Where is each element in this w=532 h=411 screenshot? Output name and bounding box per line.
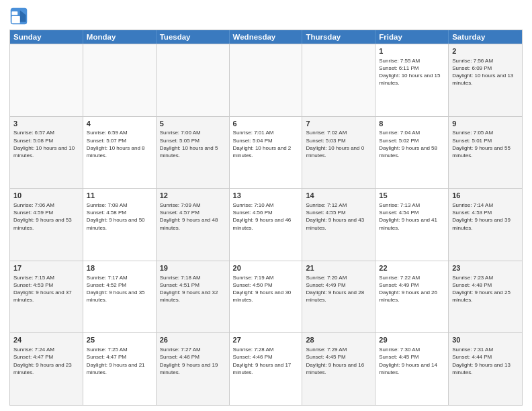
day-number: 27: [233, 335, 299, 345]
calendar-cell-30: 30Sunrise: 7:31 AM Sunset: 4:44 PM Dayli…: [449, 333, 522, 405]
day-number: 21: [306, 263, 371, 273]
day-number: 15: [379, 191, 445, 201]
cell-info: Sunrise: 7:17 AM Sunset: 4:52 PM Dayligh…: [87, 274, 152, 304]
cell-info: Sunrise: 7:27 AM Sunset: 4:46 PM Dayligh…: [160, 346, 226, 376]
cell-info: Sunrise: 7:00 AM Sunset: 5:05 PM Dayligh…: [160, 129, 226, 159]
calendar-cell-16: 16Sunrise: 7:14 AM Sunset: 4:53 PM Dayli…: [449, 189, 522, 261]
day-number: 19: [160, 263, 226, 273]
svg-rect-3: [12, 11, 18, 15]
calendar-cell-29: 29Sunrise: 7:30 AM Sunset: 4:45 PM Dayli…: [375, 333, 449, 405]
day-number: 6: [233, 119, 299, 129]
calendar-cell-23: 23Sunrise: 7:23 AM Sunset: 4:48 PM Dayli…: [449, 261, 522, 333]
cell-info: Sunrise: 6:59 AM Sunset: 5:07 PM Dayligh…: [87, 129, 152, 159]
header-day-friday: Friday: [375, 30, 449, 44]
day-number: 20: [233, 263, 299, 273]
cell-info: Sunrise: 7:13 AM Sunset: 4:54 PM Dayligh…: [379, 201, 445, 232]
cell-info: Sunrise: 6:57 AM Sunset: 5:08 PM Dayligh…: [13, 129, 79, 159]
calendar-cell-empty-0-3: [230, 44, 303, 116]
day-number: 26: [160, 335, 226, 345]
calendar-row-3: 17Sunrise: 7:15 AM Sunset: 4:53 PM Dayli…: [10, 261, 522, 333]
calendar-cell-2: 2Sunrise: 7:56 AM Sunset: 6:09 PM Daylig…: [449, 44, 522, 116]
calendar-cell-5: 5Sunrise: 7:00 AM Sunset: 5:05 PM Daylig…: [157, 117, 230, 189]
calendar-cell-1: 1Sunrise: 7:55 AM Sunset: 6:11 PM Daylig…: [375, 44, 449, 116]
calendar-cell-empty-0-1: [83, 44, 157, 116]
calendar-cell-18: 18Sunrise: 7:17 AM Sunset: 4:52 PM Dayli…: [83, 261, 157, 333]
calendar-cell-26: 26Sunrise: 7:27 AM Sunset: 4:46 PM Dayli…: [157, 333, 230, 405]
calendar-cell-15: 15Sunrise: 7:13 AM Sunset: 4:54 PM Dayli…: [375, 189, 449, 261]
calendar-body: 1Sunrise: 7:55 AM Sunset: 6:11 PM Daylig…: [10, 44, 522, 405]
cell-info: Sunrise: 7:04 AM Sunset: 5:02 PM Dayligh…: [379, 129, 445, 159]
calendar-header: SundayMondayTuesdayWednesdayThursdayFrid…: [10, 30, 522, 44]
header-day-saturday: Saturday: [449, 30, 522, 44]
calendar-cell-20: 20Sunrise: 7:19 AM Sunset: 4:50 PM Dayli…: [230, 261, 303, 333]
day-number: 2: [452, 46, 519, 56]
header: [9, 7, 523, 26]
calendar-cell-17: 17Sunrise: 7:15 AM Sunset: 4:53 PM Dayli…: [10, 261, 83, 333]
calendar-cell-4: 4Sunrise: 6:59 AM Sunset: 5:07 PM Daylig…: [83, 117, 157, 189]
day-number: 10: [13, 191, 79, 201]
cell-info: Sunrise: 7:02 AM Sunset: 5:03 PM Dayligh…: [306, 129, 371, 159]
day-number: 7: [306, 119, 371, 129]
cell-info: Sunrise: 7:31 AM Sunset: 4:44 PM Dayligh…: [452, 346, 519, 376]
cell-info: Sunrise: 7:15 AM Sunset: 4:53 PM Dayligh…: [13, 274, 79, 304]
header-day-tuesday: Tuesday: [157, 30, 230, 44]
day-number: 28: [306, 335, 371, 345]
cell-info: Sunrise: 7:10 AM Sunset: 4:56 PM Dayligh…: [233, 201, 299, 232]
calendar-row-1: 3Sunrise: 6:57 AM Sunset: 5:08 PM Daylig…: [10, 116, 522, 189]
cell-info: Sunrise: 7:30 AM Sunset: 4:45 PM Dayligh…: [379, 346, 445, 376]
calendar-cell-empty-0-0: [10, 44, 83, 116]
cell-info: Sunrise: 7:24 AM Sunset: 4:47 PM Dayligh…: [13, 346, 79, 376]
day-number: 13: [233, 191, 299, 201]
day-number: 14: [306, 191, 371, 201]
day-number: 30: [452, 335, 519, 345]
day-number: 1: [379, 46, 445, 56]
cell-info: Sunrise: 7:29 AM Sunset: 4:45 PM Dayligh…: [306, 346, 371, 376]
calendar-cell-empty-0-4: [302, 44, 375, 116]
svg-rect-2: [12, 16, 20, 24]
cell-info: Sunrise: 7:25 AM Sunset: 4:47 PM Dayligh…: [87, 346, 152, 376]
cell-info: Sunrise: 7:18 AM Sunset: 4:51 PM Dayligh…: [160, 274, 226, 304]
calendar-cell-22: 22Sunrise: 7:22 AM Sunset: 4:49 PM Dayli…: [375, 261, 449, 333]
cell-info: Sunrise: 7:20 AM Sunset: 4:49 PM Dayligh…: [306, 274, 371, 304]
day-number: 16: [452, 191, 519, 201]
day-number: 24: [13, 335, 79, 345]
logo: [9, 7, 31, 26]
cell-info: Sunrise: 7:56 AM Sunset: 6:09 PM Dayligh…: [452, 57, 519, 87]
calendar: SundayMondayTuesdayWednesdayThursdayFrid…: [9, 30, 523, 406]
calendar-cell-3: 3Sunrise: 6:57 AM Sunset: 5:08 PM Daylig…: [10, 117, 83, 189]
cell-info: Sunrise: 7:23 AM Sunset: 4:48 PM Dayligh…: [452, 274, 519, 304]
day-number: 9: [452, 119, 519, 129]
calendar-cell-12: 12Sunrise: 7:09 AM Sunset: 4:57 PM Dayli…: [157, 189, 230, 261]
calendar-cell-13: 13Sunrise: 7:10 AM Sunset: 4:56 PM Dayli…: [230, 189, 303, 261]
calendar-cell-19: 19Sunrise: 7:18 AM Sunset: 4:51 PM Dayli…: [157, 261, 230, 333]
cell-info: Sunrise: 7:06 AM Sunset: 4:59 PM Dayligh…: [13, 201, 79, 232]
day-number: 18: [87, 263, 152, 273]
calendar-cell-11: 11Sunrise: 7:08 AM Sunset: 4:58 PM Dayli…: [83, 189, 157, 261]
cell-info: Sunrise: 7:09 AM Sunset: 4:57 PM Dayligh…: [160, 201, 226, 232]
cell-info: Sunrise: 7:05 AM Sunset: 5:01 PM Dayligh…: [452, 129, 519, 159]
day-number: 17: [13, 263, 79, 273]
calendar-cell-empty-0-2: [157, 44, 230, 116]
day-number: 11: [87, 191, 152, 201]
calendar-cell-14: 14Sunrise: 7:12 AM Sunset: 4:55 PM Dayli…: [302, 189, 375, 261]
calendar-cell-9: 9Sunrise: 7:05 AM Sunset: 5:01 PM Daylig…: [449, 117, 522, 189]
day-number: 22: [379, 263, 445, 273]
cell-info: Sunrise: 7:14 AM Sunset: 4:53 PM Dayligh…: [452, 201, 519, 232]
header-day-monday: Monday: [83, 30, 157, 44]
cell-info: Sunrise: 7:22 AM Sunset: 4:49 PM Dayligh…: [379, 274, 445, 304]
calendar-row-2: 10Sunrise: 7:06 AM Sunset: 4:59 PM Dayli…: [10, 188, 522, 261]
day-number: 8: [379, 119, 445, 129]
day-number: 12: [160, 191, 226, 201]
header-day-sunday: Sunday: [10, 30, 83, 44]
page: SundayMondayTuesdayWednesdayThursdayFrid…: [0, 0, 532, 411]
cell-info: Sunrise: 7:28 AM Sunset: 4:46 PM Dayligh…: [233, 346, 299, 376]
day-number: 29: [379, 335, 445, 345]
header-day-wednesday: Wednesday: [230, 30, 303, 44]
calendar-cell-24: 24Sunrise: 7:24 AM Sunset: 4:47 PM Dayli…: [10, 333, 83, 405]
cell-info: Sunrise: 7:01 AM Sunset: 5:04 PM Dayligh…: [233, 129, 299, 159]
cell-info: Sunrise: 7:12 AM Sunset: 4:55 PM Dayligh…: [306, 201, 371, 232]
cell-info: Sunrise: 7:55 AM Sunset: 6:11 PM Dayligh…: [379, 57, 445, 87]
calendar-row-4: 24Sunrise: 7:24 AM Sunset: 4:47 PM Dayli…: [10, 332, 522, 405]
calendar-cell-7: 7Sunrise: 7:02 AM Sunset: 5:03 PM Daylig…: [302, 117, 375, 189]
logo-icon: [9, 7, 28, 26]
